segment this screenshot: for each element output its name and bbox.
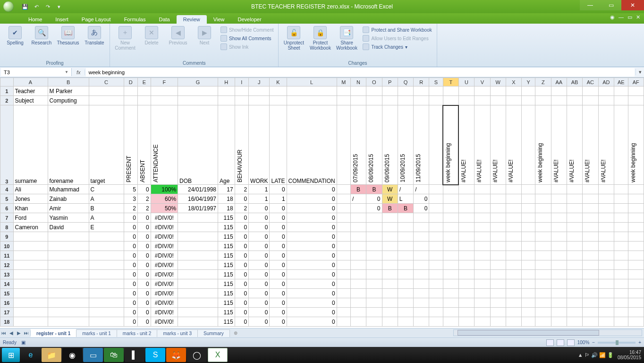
- cell[interactable]: [551, 232, 567, 242]
- tab-page-layout[interactable]: Page Layout: [75, 15, 118, 24]
- cell[interactable]: [583, 223, 598, 232]
- cell[interactable]: 115: [218, 260, 235, 270]
- cell[interactable]: [535, 279, 551, 289]
- row-header-6[interactable]: 6: [0, 204, 14, 213]
- cell[interactable]: 0: [124, 317, 138, 327]
- cell[interactable]: 0: [235, 213, 249, 223]
- cell[interactable]: [178, 86, 218, 96]
- cell[interactable]: [178, 242, 218, 251]
- cell[interactable]: [506, 251, 521, 260]
- cell[interactable]: [13, 298, 48, 308]
- cell[interactable]: 0: [287, 260, 337, 270]
- cell[interactable]: [337, 279, 350, 289]
- help-icon[interactable]: ◉: [610, 14, 615, 20]
- cell[interactable]: [522, 289, 535, 298]
- taskbar-excel-icon[interactable]: X: [208, 348, 228, 362]
- cell[interactable]: [490, 185, 506, 194]
- cell[interactable]: /: [398, 185, 413, 194]
- cell[interactable]: [551, 260, 567, 270]
- cell[interactable]: [382, 96, 398, 105]
- cell[interactable]: [535, 260, 551, 270]
- cell[interactable]: [398, 260, 413, 270]
- cell[interactable]: 0: [287, 194, 337, 204]
- cell[interactable]: [337, 260, 350, 270]
- row-header-10[interactable]: 10: [0, 242, 14, 251]
- cell[interactable]: [337, 185, 350, 194]
- cell[interactable]: [89, 317, 124, 327]
- cell[interactable]: 0: [270, 308, 287, 317]
- cell[interactable]: [583, 213, 598, 223]
- cell[interactable]: B: [382, 204, 398, 213]
- cell[interactable]: [583, 194, 598, 204]
- cell[interactable]: [628, 86, 644, 96]
- cell[interactable]: 0: [235, 308, 249, 317]
- cell[interactable]: 0: [270, 298, 287, 308]
- cell[interactable]: [535, 289, 551, 298]
- tray-icons[interactable]: ▲ 🏳 🔊 📶 🔋: [578, 352, 614, 358]
- sheet-tab-register---unit-1[interactable]: register - unit 1: [31, 329, 76, 337]
- cell[interactable]: 0: [249, 298, 270, 308]
- cell[interactable]: [443, 86, 458, 96]
- cell[interactable]: [443, 232, 458, 242]
- cell[interactable]: 115: [218, 213, 235, 223]
- cell[interactable]: [458, 260, 474, 270]
- cell[interactable]: [13, 242, 48, 251]
- cell[interactable]: [598, 279, 614, 289]
- cell[interactable]: [178, 270, 218, 279]
- cell[interactable]: [567, 223, 582, 232]
- cell[interactable]: [598, 86, 614, 96]
- cell[interactable]: 115: [218, 251, 235, 260]
- cell[interactable]: 5: [124, 185, 138, 194]
- cell[interactable]: [178, 251, 218, 260]
- cell[interactable]: [567, 308, 582, 317]
- spelling-button[interactable]: ✔Spelling: [3, 25, 27, 45]
- cell[interactable]: 0: [287, 308, 337, 317]
- cell[interactable]: 0: [270, 242, 287, 251]
- cell[interactable]: #DIV/0!: [151, 213, 178, 223]
- cell[interactable]: [350, 232, 366, 242]
- cell[interactable]: 0: [235, 298, 249, 308]
- cell[interactable]: [475, 251, 490, 260]
- cell[interactable]: [506, 185, 521, 194]
- cell[interactable]: 0: [270, 260, 287, 270]
- cell[interactable]: #DIV/0!: [151, 251, 178, 260]
- cell[interactable]: [522, 204, 535, 213]
- cell[interactable]: [628, 317, 644, 327]
- cell[interactable]: [398, 298, 413, 308]
- cell[interactable]: [443, 223, 458, 232]
- col-header-AC[interactable]: AC: [583, 78, 598, 86]
- cell[interactable]: [382, 279, 398, 289]
- cell[interactable]: [429, 242, 443, 251]
- select-all-corner[interactable]: [0, 78, 14, 86]
- cell[interactable]: 0: [138, 232, 151, 242]
- cell[interactable]: [628, 251, 644, 260]
- cell[interactable]: 0: [235, 232, 249, 242]
- cell[interactable]: [522, 242, 535, 251]
- undo-icon[interactable]: ↶: [32, 2, 41, 11]
- cell[interactable]: [443, 260, 458, 270]
- cell[interactable]: [124, 86, 138, 96]
- sheet-nav-arrows[interactable]: ⏮◀▶⏭: [0, 330, 31, 336]
- office-button[interactable]: [0, 0, 17, 13]
- cell[interactable]: 0: [235, 223, 249, 232]
- cell[interactable]: 0: [249, 251, 270, 260]
- row-header-12[interactable]: 12: [0, 260, 14, 270]
- col-header-Q[interactable]: Q: [398, 78, 413, 86]
- cell[interactable]: [366, 270, 382, 279]
- col-header-Z[interactable]: Z: [535, 78, 551, 86]
- tab-developer[interactable]: Developer: [231, 15, 268, 24]
- col-header-D[interactable]: D: [124, 78, 138, 86]
- sheet-tab-marks---unit-2[interactable]: marks - unit 2: [117, 329, 158, 337]
- cell[interactable]: [614, 232, 628, 242]
- cell[interactable]: [337, 223, 350, 232]
- cell[interactable]: [337, 298, 350, 308]
- protect-workbook-button[interactable]: 🔒Protect Workbook: [308, 25, 332, 51]
- cell[interactable]: 0: [235, 194, 249, 204]
- row-header-11[interactable]: 11: [0, 251, 14, 260]
- cell[interactable]: [89, 308, 124, 317]
- cell[interactable]: [628, 260, 644, 270]
- taskbar-app1-icon[interactable]: ◉: [62, 348, 82, 362]
- cell[interactable]: [350, 260, 366, 270]
- cell[interactable]: [551, 242, 567, 251]
- cell[interactable]: [506, 298, 521, 308]
